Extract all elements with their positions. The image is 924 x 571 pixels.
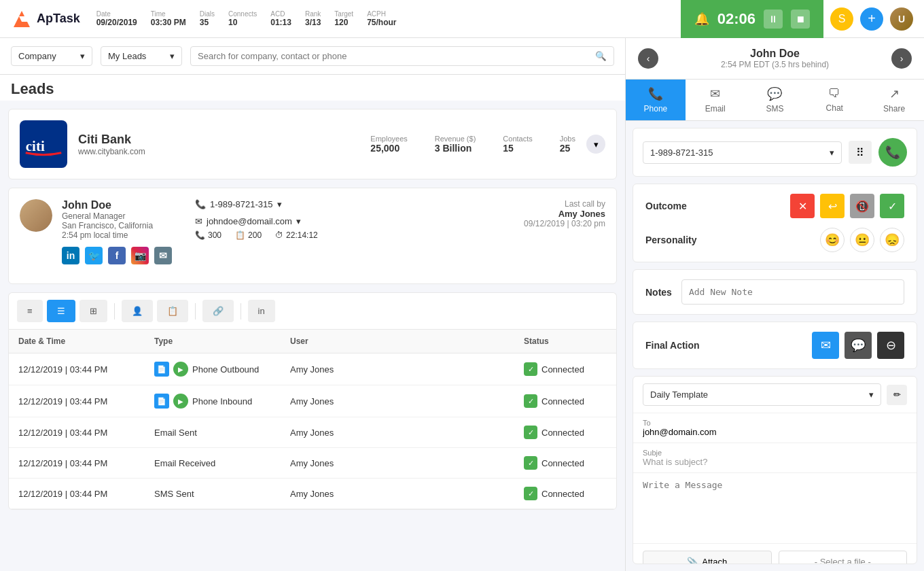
timer-bar: 🔔 02:06 ⏸ ⏹	[681, 0, 823, 38]
template-edit-button[interactable]: ✏	[887, 385, 907, 405]
email-to-input[interactable]	[643, 427, 907, 437]
instagram-icon[interactable]: 📷	[131, 247, 149, 264]
contact-card: John Doe General Manager San Francisco, …	[8, 188, 617, 284]
tab-email[interactable]: ✉ Email	[686, 80, 745, 120]
stat-acph: ACPH 75/hour	[367, 10, 396, 27]
tab-phone[interactable]: 📞 Phone	[626, 80, 686, 120]
attach-button[interactable]: 📎 Attach	[643, 551, 772, 564]
company-name: Citi Bank	[78, 133, 359, 147]
outcome-btn-connected[interactable]: ✓	[880, 194, 904, 218]
table-header: Date & Time Type User Status	[9, 330, 616, 353]
play-icon[interactable]: ▶	[173, 362, 188, 377]
page-title: Leads	[11, 80, 54, 97]
stat-date: Date 09/20/2019	[96, 10, 137, 27]
share-tab-icon: ↗	[889, 86, 900, 101]
nav-add-button[interactable]: +	[860, 7, 883, 31]
email-tab-icon: ✉	[710, 86, 720, 101]
tab-sms[interactable]: 💬 SMS	[745, 80, 805, 120]
contact-local-time: 2:54 pm local time	[62, 230, 172, 240]
personality-neutral-button[interactable]: 😐	[850, 228, 874, 252]
final-action-block-button[interactable]: ⊖	[877, 332, 904, 359]
final-action-section: Final Action ✉ 💬 ⊖	[633, 322, 917, 369]
file-select[interactable]: - Select a file -	[779, 551, 908, 564]
template-select[interactable]: Daily Template	[643, 383, 881, 406]
stat-jobs: Jobs 25	[560, 135, 575, 154]
tab-list-detail[interactable]: ☰	[47, 300, 75, 322]
personality-sad-button[interactable]: 😞	[880, 228, 904, 252]
stat-connects: Connects 10	[228, 10, 257, 27]
email-subject-input[interactable]	[643, 457, 907, 467]
outcome-btn-no-answer[interactable]: ✕	[790, 194, 815, 218]
prev-contact-button[interactable]: ‹	[638, 48, 658, 69]
td-datetime-1: 12/12/2019 | 03:44 PM	[9, 388, 145, 415]
tab-cards[interactable]: ⊞	[79, 300, 107, 322]
company-dropdown[interactable]: Company	[11, 46, 92, 66]
play-icon[interactable]: ▶	[173, 394, 188, 409]
phone-stat-icon: 📞	[195, 230, 205, 240]
personality-happy-button[interactable]: 😊	[820, 228, 845, 252]
right-contact-info: John Doe 2:54 PM EDT (3.5 hrs behind)	[721, 48, 829, 69]
keypad-button[interactable]: ⠿	[849, 141, 872, 164]
timer-display: 02:06	[717, 10, 756, 28]
email-message-textarea[interactable]	[643, 480, 907, 534]
outcome-buttons: ✕ ↩ 📵 ✓	[790, 194, 904, 218]
user-avatar[interactable]: U	[890, 7, 913, 31]
final-action-chat-button[interactable]: 💬	[845, 332, 872, 359]
clock-icon: ⏱	[275, 230, 283, 240]
td-status-3: ✓ Connected	[514, 448, 616, 478]
company-expand-button[interactable]: ▾	[586, 135, 605, 154]
contact-name: John Doe	[62, 199, 172, 211]
th-user: User	[281, 330, 514, 353]
doc-icon: 📄	[154, 362, 169, 377]
tab-link[interactable]: 🔗	[202, 300, 234, 322]
status-check-icon: ✓	[524, 362, 537, 376]
stat-dials: Dials 35	[200, 10, 215, 27]
top-navbar: ApTask Date 09/20/2019 Time 03:30 PM Dia…	[0, 0, 924, 38]
final-action-email-button[interactable]: ✉	[812, 332, 839, 359]
outcome-btn-voicemail[interactable]: 📵	[850, 194, 874, 218]
app-logo[interactable]: ApTask	[11, 8, 80, 30]
nav-yellow-button[interactable]: S	[830, 7, 853, 31]
phone-number-select[interactable]: 1-989-8721-315	[643, 141, 842, 164]
leads-dropdown[interactable]: My Leads	[101, 46, 182, 66]
linkedin-icon[interactable]: in	[62, 247, 79, 264]
company-card: citi Citi Bank www.citybank.com Employee…	[8, 109, 617, 179]
phone-dropdown-arrow[interactable]: ▾	[277, 199, 282, 209]
tab-linkedin[interactable]: in	[248, 300, 275, 322]
contact-email: ✉ johndoe@domail.com ▾	[195, 216, 514, 226]
call-button[interactable]: 📞	[878, 138, 907, 167]
personality-row: Personality 😊 😐 😞	[645, 228, 904, 252]
last-call-date: 09/12/2019 | 03:20 pm	[524, 219, 605, 228]
tab-chat[interactable]: 🗨 Chat	[804, 80, 864, 120]
search-button[interactable]: 🔍	[595, 51, 607, 61]
email-dropdown-arrow[interactable]: ▾	[296, 216, 301, 226]
table-row: 12/12/2019 | 03:44 PM Email Received Amy…	[9, 448, 616, 479]
timer-pause-button[interactable]: ⏸	[764, 10, 783, 29]
last-call-label: Last call by	[524, 199, 605, 209]
paperclip-icon: 📎	[687, 557, 698, 564]
tab-share[interactable]: ↗ Share	[864, 80, 924, 120]
table-row: 12/12/2019 | 03:44 PM Email Sent Amy Jon…	[9, 417, 616, 448]
tab-contact-detail[interactable]: 👤	[122, 300, 153, 322]
contact-title: General Manager	[62, 211, 172, 221]
twitter-icon[interactable]: 🐦	[85, 247, 103, 264]
notes-textarea[interactable]	[681, 279, 904, 305]
final-action-row: Final Action ✉ 💬 ⊖	[645, 332, 904, 359]
status-check-icon: ✓	[524, 394, 537, 408]
email-social-icon[interactable]: ✉	[154, 247, 172, 264]
phone-tab-icon: 📞	[648, 86, 663, 101]
td-user-0: Amy Jones	[281, 356, 514, 383]
phone-section: 1-989-8721-315 ⠿ 📞	[633, 128, 917, 177]
right-contact-sub: 2:54 PM EDT (3.5 hrs behind)	[721, 60, 829, 69]
tab-list-simple[interactable]: ≡	[17, 300, 43, 322]
right-contact-name: John Doe	[721, 48, 829, 60]
next-contact-button[interactable]: ›	[891, 48, 912, 69]
timer-stop-button[interactable]: ⏹	[791, 10, 810, 29]
outcome-btn-callback[interactable]: ↩	[820, 194, 845, 218]
td-status-4: ✓ Connected	[514, 479, 616, 508]
tab-tasks[interactable]: 📋	[157, 300, 188, 322]
search-input[interactable]	[198, 51, 595, 61]
facebook-icon[interactable]: f	[108, 247, 126, 264]
personality-buttons: 😊 😐 😞	[820, 228, 904, 252]
main-layout: Company My Leads 🔍 Leads citi	[0, 38, 924, 571]
